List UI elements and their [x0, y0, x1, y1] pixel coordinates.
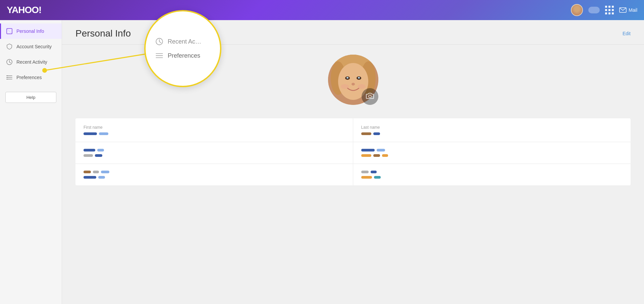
- grid-dot: [605, 12, 607, 14]
- chip: [361, 154, 371, 157]
- person-icon: [6, 28, 12, 34]
- chip: [84, 154, 93, 157]
- main-layout: Personal Info Account Security Recent Ac…: [0, 20, 644, 304]
- grid-dot: [612, 12, 614, 14]
- chip: [377, 149, 385, 151]
- info-cell-row3-left: [75, 164, 353, 185]
- first-name-label: First name: [84, 125, 345, 130]
- info-cell-row2-right: [353, 142, 631, 164]
- svg-point-20: [352, 83, 355, 85]
- sidebar-item-personal-info[interactable]: Personal Info: [0, 23, 62, 39]
- info-row3-left-value: [84, 171, 345, 179]
- chip: [361, 176, 372, 179]
- mail-button[interactable]: Mail: [619, 7, 637, 13]
- chip: [101, 171, 109, 173]
- sidebar: Personal Info Account Security Recent Ac…: [0, 20, 62, 304]
- grid-dot: [608, 9, 610, 11]
- chip: [84, 171, 91, 173]
- chip: [361, 171, 369, 173]
- profile-avatar-container: [328, 55, 378, 105]
- svg-point-21: [341, 84, 349, 89]
- list-icon: [6, 74, 12, 80]
- svg-point-19: [358, 77, 360, 79]
- info-grid: First name Last name: [75, 118, 631, 185]
- camera-icon: [366, 93, 374, 101]
- chip: [97, 149, 104, 151]
- page-header: Personal Info Edit: [62, 20, 644, 45]
- chip: [371, 171, 377, 173]
- info-row2-left-value: [84, 149, 345, 157]
- sidebar-recent-activity-label: Recent Activity: [16, 59, 47, 65]
- chip: [84, 149, 95, 151]
- camera-overlay[interactable]: [362, 88, 378, 105]
- svg-point-22: [358, 84, 366, 89]
- first-name-cell: First name: [75, 118, 353, 142]
- grid-dot: [612, 9, 614, 11]
- grid-dot: [608, 12, 610, 14]
- mail-label: Mail: [629, 7, 637, 13]
- sidebar-item-recent-activity[interactable]: Recent Activity: [0, 54, 62, 70]
- avatar[interactable]: [571, 4, 583, 16]
- header-toggle[interactable]: [588, 7, 600, 13]
- sidebar-personal-info-label: Personal Info: [16, 28, 44, 34]
- page-title: Personal Info: [75, 28, 131, 39]
- sidebar-item-account-security[interactable]: Account Security: [0, 39, 62, 54]
- last-name-cell: Last name: [353, 118, 631, 142]
- svg-line-2: [7, 28, 12, 34]
- last-name-chip-2: [373, 132, 380, 135]
- sidebar-account-security-label: Account Security: [16, 44, 52, 49]
- chip: [95, 154, 102, 157]
- edit-link[interactable]: Edit: [623, 31, 631, 36]
- sidebar-item-preferences[interactable]: Preferences: [0, 70, 62, 85]
- grid-dot: [605, 6, 607, 8]
- help-button[interactable]: Help: [5, 92, 56, 103]
- first-name-value: [84, 132, 345, 135]
- chip: [93, 171, 99, 173]
- last-name-value: [361, 132, 623, 135]
- info-row3-right-value: [361, 171, 623, 179]
- svg-point-23: [369, 95, 371, 98]
- avatar-image: [572, 5, 582, 15]
- info-cell-row3-right: [353, 164, 631, 185]
- main-content: Personal Info Edit: [62, 20, 644, 304]
- sidebar-preferences-label: Preferences: [16, 75, 42, 80]
- info-cell-row2-left: [75, 142, 353, 164]
- chip: [361, 149, 375, 151]
- grid-dot: [608, 6, 610, 8]
- yahoo-logo[interactable]: YAHOO!: [7, 5, 41, 15]
- header-right-section: Mail: [571, 4, 637, 16]
- info-row2-right-value: [361, 149, 623, 157]
- chip: [84, 176, 96, 179]
- profile-section: [62, 45, 644, 112]
- clock-icon: [6, 59, 12, 65]
- shield-icon: [6, 44, 12, 50]
- svg-point-18: [346, 77, 348, 79]
- last-name-label: Last name: [361, 125, 623, 130]
- grid-dot: [605, 9, 607, 11]
- first-name-chip-1: [84, 132, 97, 135]
- first-name-chip-2: [99, 132, 108, 135]
- grid-icon[interactable]: [605, 6, 614, 14]
- app-header: YAHOO! Mail: [0, 0, 644, 20]
- chip: [382, 154, 388, 157]
- mail-icon: [619, 7, 627, 13]
- last-name-chip-1: [361, 132, 371, 135]
- chip: [373, 154, 380, 157]
- grid-dot: [612, 6, 614, 8]
- chip: [98, 176, 105, 179]
- chip: [374, 176, 381, 179]
